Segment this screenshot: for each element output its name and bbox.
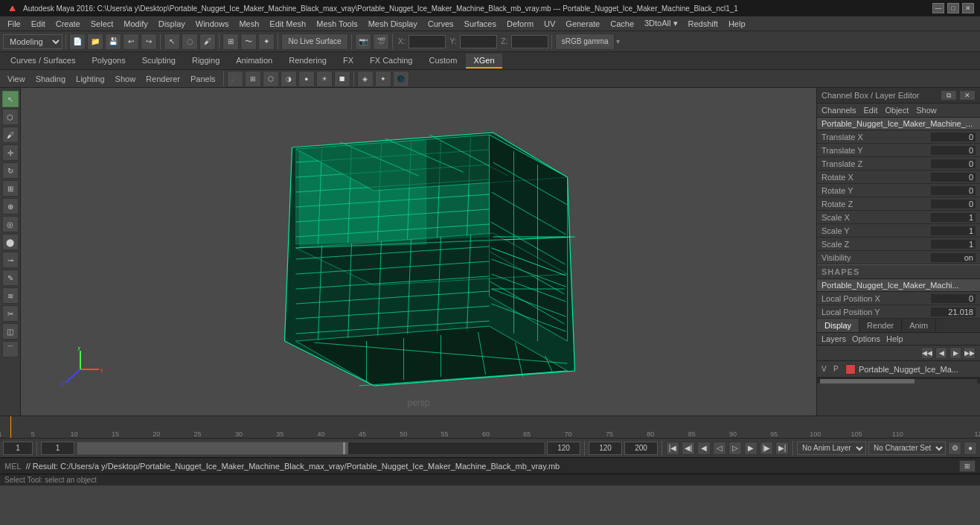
lasso-left[interactable]: ⬡ — [2, 109, 19, 125]
cut-left[interactable]: ✂ — [2, 305, 19, 322]
viewport[interactable]: x y z persp — [21, 88, 816, 416]
snap-left[interactable]: ⊸ — [2, 252, 19, 268]
layer-scrollbar[interactable] — [817, 378, 980, 384]
open-file-button[interactable]: 📁 — [87, 34, 103, 50]
tab-fx[interactable]: FX — [336, 54, 361, 69]
prev-key-btn[interactable]: ◀| — [682, 442, 695, 455]
x-input[interactable] — [409, 35, 446, 48]
tab-sculpting[interactable]: Sculpting — [135, 54, 183, 69]
select-tool-left[interactable]: ↖ — [2, 91, 19, 107]
shading-menu[interactable]: Shading — [31, 73, 70, 85]
menu-item-generate[interactable]: Generate — [561, 18, 604, 30]
menu-item-create[interactable]: Create — [51, 18, 85, 30]
attr-paint-left[interactable]: ✎ — [2, 270, 19, 286]
next-frame-btn[interactable]: ▶ — [744, 442, 758, 455]
snap-grid-button[interactable]: ⊞ — [222, 34, 239, 50]
sculpt-left[interactable]: ≋ — [2, 287, 19, 304]
xray-btn[interactable]: ✦ — [375, 71, 391, 87]
frame-end-input[interactable] — [547, 442, 580, 455]
layers-menu[interactable]: Layers — [822, 334, 846, 343]
shaded-btn[interactable]: ◑ — [281, 71, 297, 87]
status-icon-btn[interactable]: ⊞ — [959, 460, 976, 472]
menu-item-help[interactable]: Help — [724, 18, 750, 30]
auto-key-btn[interactable]: ● — [964, 442, 977, 455]
layer-prev-btn[interactable]: ◀ — [935, 347, 947, 359]
paint-select-left[interactable]: 🖌 — [2, 127, 19, 143]
select-tool-button[interactable]: ↖ — [164, 34, 180, 50]
y-input[interactable] — [460, 35, 497, 48]
universal-manip-left[interactable]: ⊕ — [2, 198, 19, 214]
lighting-menu[interactable]: Lighting — [71, 73, 109, 85]
scale-tool-left[interactable]: ⊞ — [2, 180, 19, 197]
z-input[interactable] — [511, 35, 548, 48]
go-end-btn[interactable]: ▶| — [775, 442, 789, 455]
snap-curve-button[interactable]: 〜 — [240, 34, 257, 50]
renderer-menu[interactable]: Renderer — [141, 73, 185, 85]
lasso-button[interactable]: ◌ — [182, 34, 198, 50]
curve-left[interactable]: ⌒ — [2, 341, 19, 357]
isolate-btn[interactable]: ◈ — [357, 71, 374, 87]
tab-custom[interactable]: Custom — [422, 54, 465, 69]
close-button[interactable]: ✕ — [962, 3, 974, 13]
menu-item-edit[interactable]: Edit — [27, 18, 50, 30]
smooth-btn[interactable]: ● — [298, 71, 315, 87]
extrude-left[interactable]: ◫ — [2, 323, 19, 340]
menu-item-deform[interactable]: Deform — [502, 18, 538, 30]
undo-button[interactable]: ↩ — [123, 34, 139, 50]
help-menu-layer[interactable]: Help — [886, 334, 903, 343]
redo-button[interactable]: ↪ — [141, 34, 157, 50]
float-channel-btn[interactable]: ⧉ — [941, 90, 957, 101]
new-file-button[interactable]: 📄 — [69, 34, 86, 50]
frame-start-input[interactable] — [41, 442, 74, 455]
menu-item-3dtoall-[interactable]: 3DtoAll ▾ — [640, 17, 682, 30]
menu-item-curves[interactable]: Curves — [423, 18, 458, 30]
tab-xgen[interactable]: XGen — [466, 54, 502, 69]
wireframe-btn[interactable]: ⬡ — [263, 71, 279, 87]
menu-item-cache[interactable]: Cache — [606, 18, 638, 30]
current-frame-input[interactable] — [3, 442, 33, 455]
object-menu-ch[interactable]: Object — [885, 106, 909, 115]
tab-polygons[interactable]: Polygons — [84, 54, 132, 69]
layer-left-btn[interactable]: ◀◀ — [921, 347, 933, 359]
menu-item-surfaces[interactable]: Surfaces — [460, 18, 501, 30]
tab-rendering[interactable]: Rendering — [281, 54, 334, 69]
menu-item-uv[interactable]: UV — [539, 18, 560, 30]
play-btn[interactable]: ▷ — [728, 442, 742, 455]
tab-curves-surfaces[interactable]: Curves / Surfaces — [3, 54, 83, 69]
collapse-channel-btn[interactable]: ✕ — [959, 90, 976, 101]
rotate-tool-left[interactable]: ↻ — [2, 162, 19, 179]
anim-layer-dropdown[interactable]: No Anim Layer — [797, 442, 866, 455]
prev-frame-btn[interactable]: ◀ — [697, 442, 711, 455]
go-start-btn[interactable]: |◀ — [666, 442, 679, 455]
playback-options-btn[interactable]: ⚙ — [948, 442, 961, 455]
timeline[interactable]: 1510152025303540455055606570758085909510… — [0, 416, 980, 438]
show-menu-ch[interactable]: Show — [916, 106, 937, 115]
timeline-range[interactable] — [77, 442, 545, 455]
menu-item-mesh[interactable]: Mesh — [234, 18, 263, 30]
display-tab[interactable]: Display — [817, 319, 859, 332]
snap-point-button[interactable]: ✦ — [258, 34, 275, 50]
tab-rigging[interactable]: Rigging — [185, 54, 227, 69]
paint-select-button[interactable]: 🖌 — [199, 34, 216, 50]
tab-fx-caching[interactable]: FX Caching — [362, 54, 420, 69]
menu-item-file[interactable]: File — [3, 18, 25, 30]
next-key-btn[interactable]: |▶ — [760, 442, 773, 455]
options-menu-layer[interactable]: Options — [852, 334, 880, 343]
layer-next-btn[interactable]: ▶ — [949, 347, 961, 359]
menu-item-select[interactable]: Select — [86, 18, 118, 30]
save-file-button[interactable]: 💾 — [105, 34, 121, 50]
panels-menu[interactable]: Panels — [186, 73, 220, 85]
live-surface-btn[interactable]: No Live Surface — [281, 34, 348, 50]
grid-btn[interactable]: ⊞ — [245, 71, 261, 87]
playback-end-input[interactable] — [589, 442, 622, 455]
render-button[interactable]: 🎬 — [373, 34, 389, 50]
gamma-dropdown[interactable]: sRGB gamma — [555, 34, 615, 50]
menu-item-windows[interactable]: Windows — [191, 18, 234, 30]
anim-tab[interactable]: Anim — [902, 319, 936, 332]
play-reverse-btn[interactable]: ◁ — [713, 442, 726, 455]
soft-select-left[interactable]: ◎ — [2, 216, 19, 232]
char-set-dropdown[interactable]: No Character Set — [868, 442, 946, 455]
view-menu[interactable]: View — [3, 73, 30, 85]
menu-item-edit-mesh[interactable]: Edit Mesh — [265, 18, 310, 30]
channels-menu[interactable]: Channels — [822, 106, 856, 115]
